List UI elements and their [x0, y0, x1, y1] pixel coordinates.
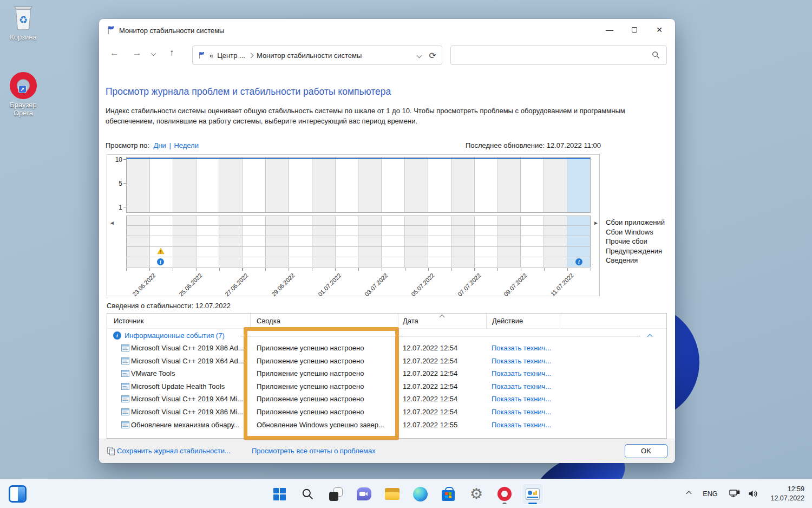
recent-locations-chevron[interactable] [151, 51, 156, 56]
recycle-bin-icon: ♻ [11, 4, 35, 31]
show-technical-details-link[interactable]: Показать технич... [492, 406, 551, 419]
chat-icon [357, 487, 371, 500]
taskbar-search-button[interactable] [297, 483, 318, 505]
network-tray-button[interactable] [729, 489, 741, 498]
group-row-informational-events[interactable]: i Информационные события (7) [107, 330, 666, 342]
y-axis-tick-1: 1 [110, 204, 122, 211]
save-stability-journal-link[interactable]: Сохранить журнал стабильности... [117, 447, 231, 455]
navigation-bar: ← → ↑ « Центр ... Монитор стабильности с… [99, 44, 675, 67]
cell-summary: Приложение успешно настроено [257, 342, 395, 355]
breadcrumb-collapsed[interactable]: « [209, 51, 213, 60]
show-technical-details-link[interactable]: Показать технич... [492, 393, 551, 406]
search-box[interactable] [450, 45, 667, 65]
reliability-flag-icon [107, 25, 116, 35]
task-view-button[interactable] [325, 483, 346, 505]
desktop-icon-recycle-bin[interactable]: ♻ Корзина [4, 4, 42, 41]
widgets-button[interactable] [9, 485, 27, 503]
opera-taskbar-button[interactable] [494, 483, 515, 505]
hidden-icons-chevron[interactable] [686, 491, 692, 497]
show-technical-details-link[interactable]: Показать технич... [492, 419, 551, 432]
table-row[interactable]: Microsoft Visual C++ 2019 X86 Mi... Прил… [107, 406, 665, 419]
start-button[interactable] [269, 483, 290, 505]
table-row[interactable]: Обновление механизма обнару... Обновлени… [107, 419, 665, 432]
windows-start-icon [273, 488, 286, 500]
table-row[interactable]: Microsoft Update Health Tools Приложение… [107, 380, 665, 393]
edge-button[interactable] [409, 483, 431, 505]
breadcrumb-current[interactable]: Монитор стабильности системы [257, 51, 362, 60]
last-update-label: Последнее обновление: 12.07.2022 11:00 [466, 141, 601, 149]
desktop-icon-opera[interactable]: ↗ Браузер Opera [4, 72, 42, 117]
group-label[interactable]: Информационные события (7) [125, 331, 225, 340]
search-input[interactable] [456, 49, 646, 62]
close-button[interactable]: ✕ [647, 19, 672, 41]
up-button[interactable]: ↑ [169, 48, 174, 58]
minimize-button[interactable]: — [597, 19, 622, 41]
column-header-summary[interactable]: Сводка [257, 314, 280, 328]
info-icon[interactable]: i [157, 258, 164, 265]
info-icon: i [113, 331, 121, 340]
language-indicator[interactable]: ENG [703, 490, 717, 498]
breadcrumb-parent[interactable]: Центр ... [217, 51, 245, 60]
table-row[interactable]: VMware Tools Приложение успешно настроен… [107, 367, 665, 380]
view-all-problem-reports-link[interactable]: Просмотреть все отчеты о проблемах [252, 447, 376, 455]
column-separator[interactable] [398, 314, 398, 328]
cell-date: 12.07.2022 12:54 [403, 355, 457, 368]
svg-text:♻: ♻ [19, 14, 28, 25]
stability-chart: 10 5 1 i i 2 [107, 154, 600, 296]
column-header-source[interactable]: Источник [114, 314, 144, 328]
stability-index-plot[interactable] [126, 157, 591, 213]
view-weeks-link[interactable]: Недели [174, 141, 199, 149]
address-bar[interactable]: « Центр ... Монитор стабильности системы… [192, 45, 442, 65]
tray-time: 12:59 [770, 485, 804, 494]
refresh-button[interactable]: ⟳ [429, 50, 436, 61]
view-by-label: Просмотр по: [106, 141, 149, 149]
table-row[interactable]: Microsoft Visual C++ 2019 X86 Ad... Прил… [107, 342, 665, 355]
warning-icon[interactable] [157, 248, 165, 255]
microsoft-store-button[interactable] [437, 483, 459, 505]
cell-date: 12.07.2022 12:54 [403, 393, 457, 406]
column-separator[interactable] [486, 314, 487, 328]
event-rows-plot[interactable] [126, 216, 591, 268]
back-button[interactable]: ← [110, 48, 119, 58]
view-days-link[interactable]: Дни [154, 141, 166, 149]
column-separator[interactable] [560, 314, 560, 328]
application-icon [121, 408, 129, 415]
opera-icon [497, 487, 512, 501]
forward-button[interactable]: → [133, 48, 142, 58]
date-label: 29.06.2022 [270, 272, 296, 297]
scroll-left-arrow[interactable]: ◄ [109, 220, 115, 226]
shortcut-arrow-icon: ↗ [18, 85, 27, 93]
titlebar[interactable]: Монитор стабильности системы — ✕ [99, 19, 675, 44]
address-dropdown-chevron[interactable] [416, 53, 422, 58]
collapse-group-chevron[interactable] [647, 334, 653, 340]
file-explorer-button[interactable] [381, 483, 403, 505]
legend-item: Сбои Windows [606, 227, 665, 237]
scroll-right-arrow[interactable]: ► [593, 220, 599, 226]
maximize-button[interactable] [622, 19, 647, 41]
show-technical-details-link[interactable]: Показать технич... [492, 367, 551, 380]
volume-tray-button[interactable] [748, 490, 758, 498]
ok-button[interactable]: OK [625, 444, 667, 458]
page-description: Индекс стабильности системы оценивает об… [106, 106, 672, 126]
cell-summary: Приложение успешно настроено [257, 393, 395, 406]
teams-chat-button[interactable] [353, 483, 375, 505]
settings-button[interactable]: ⚙ [466, 483, 487, 505]
show-technical-details-link[interactable]: Показать технич... [492, 380, 551, 393]
show-technical-details-link[interactable]: Показать технич... [492, 342, 551, 355]
show-technical-details-link[interactable]: Показать технич... [492, 355, 551, 368]
column-header-action[interactable]: Действие [492, 314, 523, 328]
column-separator[interactable] [250, 314, 251, 328]
clock[interactable]: 12:59 12.07.2022 [770, 485, 804, 503]
date-label: 23.06.2022 [131, 272, 156, 297]
application-icon [121, 421, 129, 428]
group-divider-line [240, 336, 640, 336]
details-title: Сведения о стабильности: 12.07.2022 [107, 302, 231, 310]
reliability-monitor-taskbar-button[interactable] [522, 483, 543, 505]
page-title: Просмотр журнала проблем и стабильности … [106, 86, 391, 97]
table-row[interactable]: Microsoft Visual C++ 2019 X64 Mi... Прил… [107, 393, 665, 406]
table-row[interactable]: Microsoft Visual C++ 2019 X64 Ad... Прил… [107, 355, 665, 368]
application-icon [121, 395, 129, 402]
column-header-date[interactable]: Дата [403, 314, 418, 328]
info-icon[interactable]: i [575, 258, 582, 265]
application-icon [121, 383, 129, 390]
